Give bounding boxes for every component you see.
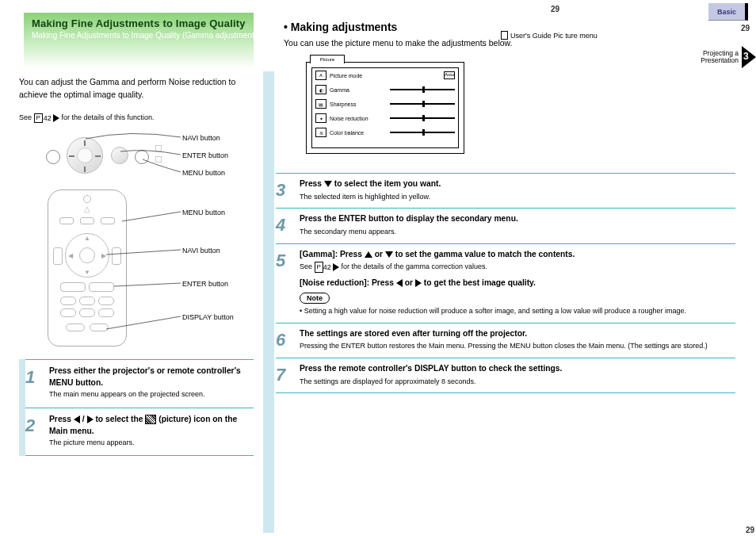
step-desc: The picture menu appears. xyxy=(49,438,250,448)
osd-row: APicture modeAuto xyxy=(312,68,458,82)
right-arrow-icon xyxy=(415,279,422,287)
right-column: • Making adjustments You can use the pic… xyxy=(263,10,739,517)
step-number: 2 xyxy=(25,414,41,447)
step-number: 7 xyxy=(276,363,293,386)
step-note: Note • Setting a high value for noise re… xyxy=(300,293,731,316)
left-arrow-icon xyxy=(74,415,80,423)
osd-picture-menu: Picture APicture modeAuto ◐Gamma ▤Sharpn… xyxy=(306,62,464,154)
page-number-top: 29 xyxy=(741,24,750,33)
step-heading-noise: [Noise reduction]: Press or to get the b… xyxy=(300,278,731,289)
up-arrow-icon xyxy=(365,251,372,258)
osd-row: ✦Noise reduction xyxy=(312,111,458,125)
left-column: You can adjust the Gamma and perform Noi… xyxy=(19,76,254,456)
right-steps: 3 Press to select the item you want. The… xyxy=(276,173,735,393)
doc-reference: User's Guide Pic ture menu xyxy=(501,31,598,40)
banner-title: Making Fine Adjustments to Image Quality xyxy=(32,17,246,29)
right-subtitle: You can use the picture menu to make the… xyxy=(284,38,513,48)
panel-label-enter: ENTER button xyxy=(182,151,249,160)
power-icon xyxy=(46,150,60,164)
down-arrow-icon xyxy=(324,181,332,187)
panel-label-navi: NAVI button xyxy=(182,134,249,143)
right-title: • Making adjustments xyxy=(284,21,397,33)
page-reference-icon: P42 xyxy=(315,262,339,272)
remote-label-navi: NAVI button xyxy=(182,247,249,255)
step-5: 5 [Gamma]: Press or to set the gamma val… xyxy=(276,243,735,323)
step-heading: Press either the projector's or remote c… xyxy=(49,366,241,387)
page-number-bottom: 29 xyxy=(746,526,754,534)
down-arrow-icon xyxy=(385,251,393,258)
step-number: 6 xyxy=(276,328,293,351)
indicator-icon xyxy=(155,156,162,163)
right-vertical-stripe xyxy=(263,71,274,533)
step-heading: Press / to select the (picture) icon on … xyxy=(49,415,237,435)
enter-knob-icon xyxy=(111,147,128,164)
step-2: 2 Press / to select the (picture) icon o… xyxy=(25,408,254,456)
step-4: 4 Press the ENTER button to display the … xyxy=(276,208,735,243)
step-heading: The settings are stored even after turni… xyxy=(300,328,731,340)
left-arrow-icon xyxy=(396,279,403,287)
step-heading-gamma: [Gamma]: Press or to set the gamma value… xyxy=(300,249,731,261)
remote-label-menu: MENU button xyxy=(182,209,249,217)
section-banner: Making Fine Adjustments to Image Quality… xyxy=(24,13,254,68)
step-desc: The secondary menu appears. xyxy=(300,227,731,237)
osd-row: ▤Sharpness xyxy=(312,97,458,111)
step-desc: The main menu appears on the projected s… xyxy=(49,389,250,400)
remote-illustration: △ ▲▼◀▶ MENU button NAVI button ENTER but… xyxy=(19,190,254,354)
step-1: 1 Press either the projector's or remote… xyxy=(25,359,254,407)
step-heading: Press to select the item you want. xyxy=(300,178,731,190)
picture-icon xyxy=(145,415,156,424)
right-arrow-icon xyxy=(87,415,94,423)
page-reference-icon: P42 xyxy=(34,113,59,124)
step-6: 6 The settings are stored even after tur… xyxy=(276,323,735,358)
chapter-arrow-icon: 3 xyxy=(742,46,756,68)
intro-text: You can adjust the Gamma and perform Noi… xyxy=(19,76,254,101)
step-heading: Press the ENTER button to display the se… xyxy=(300,213,731,225)
intro-note: See P42 for the details of this function… xyxy=(19,113,254,124)
step-number: 3 xyxy=(276,178,293,201)
step-3: 3 Press to select the item you want. The… xyxy=(276,173,735,208)
osd-row: ◐Gamma xyxy=(312,82,458,97)
step-heading: Press the remote controller's DISPLAY bu… xyxy=(300,363,731,375)
banner-subtitle: Making Fine Adjustments to Image Quality… xyxy=(32,31,246,40)
step-7: 7 Press the remote controller's DISPLAY … xyxy=(276,358,735,393)
navi-knob-icon xyxy=(67,137,103,174)
step-number: 4 xyxy=(276,213,293,236)
step-desc: The selected item is highlighted in yell… xyxy=(300,192,731,202)
indicator-icon xyxy=(155,145,162,151)
remote-label-display: DISPLAY button xyxy=(182,313,249,322)
step-desc: Pressing the ENTER button restores the M… xyxy=(300,341,731,351)
step-desc-gamma: See P42 for the details of the gamma cor… xyxy=(300,262,731,272)
step-number: 1 xyxy=(25,366,41,399)
chapter-number: 3 xyxy=(743,51,749,62)
step-number: 5 xyxy=(276,249,293,316)
menu-knob-icon xyxy=(135,150,149,164)
osd-tab: Picture xyxy=(310,55,345,63)
remote-label-enter: ENTER button xyxy=(182,280,249,289)
projector-panel-illustration: NAVI button ENTER button MENU button xyxy=(19,132,254,178)
osd-row: ≋Color balance xyxy=(312,125,458,140)
book-icon xyxy=(501,31,508,40)
panel-label-menu: MENU button xyxy=(182,169,249,178)
step-desc: The settings are displayed for approxima… xyxy=(300,377,731,387)
